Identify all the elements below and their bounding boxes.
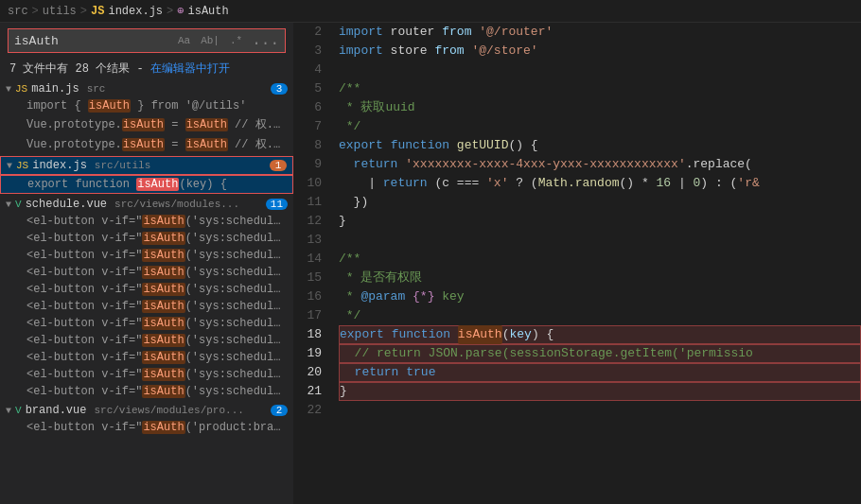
code-line-21: } xyxy=(339,382,861,401)
badge-brand-vue: 2 xyxy=(271,405,288,416)
code-line-17: */ xyxy=(339,306,861,325)
breadcrumb: src > utils > JS index.js > ⊕ isAuth xyxy=(0,0,861,23)
match-case-button[interactable]: Aa xyxy=(174,33,194,48)
list-item[interactable]: <el-button v-if="isAuth('sys:schedule:u.… xyxy=(0,315,293,332)
code-line-7: */ xyxy=(339,117,861,136)
list-item[interactable]: <el-button v-if="isAuth('sys:schedule:re… xyxy=(0,264,293,281)
list-item[interactable]: <el-button v-if="isAuth('sys:schedule:sa… xyxy=(0,213,293,230)
code-editor-panel: 2 3 4 5 6 7 8 9 10 11 12 13 14 15 16 17 … xyxy=(293,23,861,504)
search-options: Aa Ab| .* xyxy=(174,33,246,48)
file-group-index-js: ▼ JS index.js src/utils 1 export functio… xyxy=(0,156,293,194)
search-results-panel: Aa Ab| .* ... 7 文件中有 28 个结果 - 在编辑器中打开 ▼ … xyxy=(0,23,293,504)
code-line-11: }) xyxy=(339,193,861,212)
list-item[interactable]: <el-button v-if="isAuth('sys:schedule:ru… xyxy=(0,281,293,298)
code-content[interactable]: import router from '@/router' import sto… xyxy=(331,23,861,504)
results-summary: 7 文件中有 28 个结果 - 在编辑器中打开 xyxy=(0,59,293,80)
list-item[interactable]: <el-button v-if="isAuth('sys:schedule:re… xyxy=(0,366,293,383)
code-line-15: * 是否有权限 xyxy=(339,269,861,287)
expand-icon-brand-vue: ▼ xyxy=(6,406,11,416)
file-group-main-js: ▼ JS main.js src 3 import { isAuth } fro… xyxy=(0,80,293,154)
code-line-6: * 获取uuid xyxy=(339,98,861,117)
badge-schedule-vue: 11 xyxy=(266,199,288,210)
js-file-icon-index: JS xyxy=(16,160,28,171)
list-item[interactable]: <el-button v-if="isAuth('sys:schedule:ru… xyxy=(0,383,293,400)
code-line-3: import store from '@/store' xyxy=(339,42,861,61)
list-item[interactable]: <el-button v-if="isAuth('sys:schedule:d.… xyxy=(0,230,293,247)
file-name-main-js: main.js xyxy=(31,82,79,96)
bc-sep1: > xyxy=(32,5,39,18)
code-line-4 xyxy=(339,61,861,79)
code-line-22 xyxy=(339,401,861,420)
code-line-10: | return (c === 'x' ? (Math.random() * 1… xyxy=(339,174,861,193)
results-list: ▼ JS main.js src 3 import { isAuth } fro… xyxy=(0,80,293,504)
list-item[interactable]: <el-button v-if="isAuth('sys:schedule:p.… xyxy=(0,349,293,366)
file-header-schedule-vue[interactable]: ▼ V schedule.vue src/views/modules... 11 xyxy=(0,196,293,213)
file-path-main-js: src xyxy=(87,83,106,95)
list-item[interactable]: <el-button v-if="isAuth('sys:schedule:d.… xyxy=(0,332,293,349)
bc-file: index.js xyxy=(108,5,163,18)
match-word-button[interactable]: Ab| xyxy=(197,33,223,48)
file-header-brand-vue[interactable]: ▼ V brand.vue src/views/modules/pro... 2 xyxy=(0,402,293,419)
list-item[interactable]: <el-button v-if="isAuth('sys:schedule:lo… xyxy=(0,298,293,315)
code-line-13 xyxy=(339,231,861,250)
badge-main-js: 3 xyxy=(271,83,288,95)
search-box-container: Aa Ab| .* ... xyxy=(8,28,286,53)
code-line-20: return true xyxy=(339,363,861,382)
code-line-14: /** xyxy=(339,250,861,269)
code-line-2: import router from '@/router' xyxy=(339,23,861,42)
bc-utils: utils xyxy=(43,5,77,18)
list-item[interactable]: export function isAuth(key) { xyxy=(0,175,293,194)
file-name-schedule-vue: schedule.vue xyxy=(26,198,107,211)
open-in-editor-link[interactable]: 在编辑器中打开 xyxy=(150,62,230,76)
list-item[interactable]: Vue.prototype.isAuth = isAuth // 权... xyxy=(0,134,293,154)
bc-sep3: > xyxy=(167,5,173,18)
code-line-9: return 'xxxxxxxx-xxxx-4xxx-yxxx-xxxxxxxx… xyxy=(339,155,861,174)
bc-func: isAuth xyxy=(187,5,228,18)
code-line-18: export function isAuth(key) { xyxy=(339,325,861,344)
bc-src: src xyxy=(8,5,28,18)
expand-icon-main-js: ▼ xyxy=(6,84,11,95)
code-line-19: // return JSON.parse(sessionStorage.getI… xyxy=(339,344,861,363)
vue-file-icon-brand: V xyxy=(15,405,22,416)
bc-func-icon: ⊕ xyxy=(177,4,184,18)
search-more-button[interactable]: ... xyxy=(252,32,279,49)
file-path-schedule-vue: src/views/modules... xyxy=(114,199,239,210)
code-line-12: } xyxy=(339,212,861,231)
regex-button[interactable]: .* xyxy=(226,33,246,48)
code-line-16: * @param {*} key xyxy=(339,287,861,306)
line-numbers: 2 3 4 5 6 7 8 9 10 11 12 13 14 15 16 17 … xyxy=(293,23,331,504)
file-header-index-js[interactable]: ▼ JS index.js src/utils 1 xyxy=(0,156,293,175)
search-input[interactable] xyxy=(14,34,170,48)
results-text: 7 文件中有 28 个结果 - xyxy=(9,62,150,76)
list-item[interactable]: import { isAuth } from '@/utils' xyxy=(0,97,293,114)
code-line-5: /** xyxy=(339,79,861,98)
file-group-schedule-vue: ▼ V schedule.vue src/views/modules... 11… xyxy=(0,196,293,400)
file-path-brand-vue: src/views/modules/pro... xyxy=(94,405,243,416)
file-name-brand-vue: brand.vue xyxy=(26,404,87,417)
js-file-icon-main: JS xyxy=(15,83,27,95)
file-path-index-js: src/utils xyxy=(95,160,150,171)
badge-index-js: 1 xyxy=(270,160,287,171)
code-line-8: export function getUUID() { xyxy=(339,136,861,155)
expand-icon-index-js: ▼ xyxy=(7,161,12,171)
list-item[interactable]: <el-button v-if="isAuth('product:brand:.… xyxy=(0,419,293,436)
list-item[interactable]: Vue.prototype.isAuth = isAuth // 权... xyxy=(0,114,293,134)
vue-file-icon-schedule: V xyxy=(15,199,22,210)
file-header-main-js[interactable]: ▼ JS main.js src 3 xyxy=(0,80,293,97)
list-item[interactable]: <el-button v-if="isAuth('sys:schedule:p.… xyxy=(0,247,293,264)
bc-js-label: JS xyxy=(91,5,104,18)
code-area: 2 3 4 5 6 7 8 9 10 11 12 13 14 15 16 17 … xyxy=(293,23,861,504)
bc-sep2: > xyxy=(80,5,87,18)
file-name-index-js: index.js xyxy=(32,159,87,172)
expand-icon-schedule-vue: ▼ xyxy=(6,200,11,210)
file-group-brand-vue: ▼ V brand.vue src/views/modules/pro... 2… xyxy=(0,402,293,436)
